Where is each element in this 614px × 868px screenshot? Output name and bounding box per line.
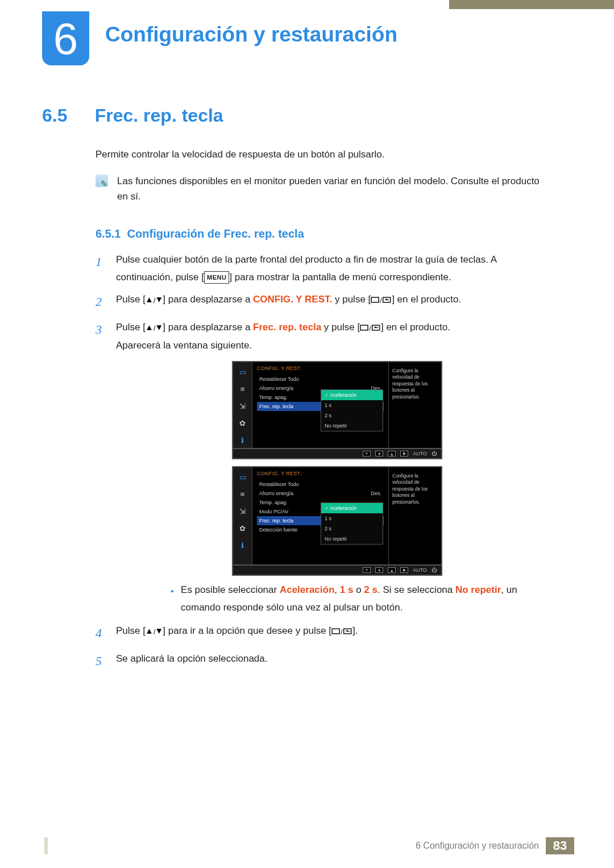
menu-key-icon: MENU — [204, 271, 229, 284]
step-2-text-b: ] para desplazarse a — [163, 294, 253, 305]
chapter-title: Configuración y restauración — [105, 23, 397, 47]
step-3-text-e: ] en el producto. — [381, 322, 450, 333]
step-number: 5 — [96, 650, 106, 673]
settings-tab-icon: ✿ — [237, 522, 249, 534]
step-4-text-b: ] para ir a la opción que desee y pulse … — [163, 625, 331, 636]
svg-text:/: / — [154, 628, 156, 635]
svg-text:/: / — [341, 628, 343, 635]
step-2: 2 Pulse [/] para desplazarse a CONFIG. Y… — [96, 290, 542, 314]
size-tab-icon: ⇲ — [237, 400, 249, 412]
note-block: Las funciones disponibles en el monitor … — [96, 173, 542, 204]
page-footer: 6 Configuración y restauración 83 — [0, 837, 614, 854]
page-content: 6.5 Frec. rep. tecla Permite controlar l… — [42, 105, 542, 678]
source-enter-icon: / — [360, 324, 381, 331]
svg-marker-14 — [147, 629, 152, 634]
note-icon — [96, 175, 108, 187]
osd-help-text: Configure la velocidad de respuesta de l… — [389, 362, 441, 448]
osd-header: CONFIG. Y REST. — [257, 366, 384, 371]
osd-screenshot-2: ▭ ≡ ⇲ ✿ ℹ CONFIG. Y REST. Restablecer To… — [232, 466, 442, 576]
osd-footer-bar: ✕ ▼ ▲ ▶ AUTO ⏻ — [232, 566, 442, 576]
step-3: 3 Pulse [/] para desplazarse a Frec. rep… — [96, 318, 542, 354]
osd-sub-item-selected: Aceleración — [321, 503, 383, 513]
footer-chapter-title: 6 Configuración y restauración — [416, 837, 546, 854]
svg-marker-7 — [147, 325, 152, 330]
step-number: 3 — [96, 318, 106, 354]
source-enter-icon: / — [371, 296, 392, 304]
svg-marker-9 — [156, 325, 161, 330]
section-title: Frec. rep. tecla — [95, 105, 223, 126]
osd-auto-label: AUTO — [413, 451, 427, 456]
svg-text:/: / — [154, 325, 156, 331]
step-3-text-a: Pulse [ — [116, 322, 146, 333]
source-enter-icon: / — [331, 628, 352, 635]
osd-sub-item: 2 s — [321, 524, 383, 534]
osd-side-tabs: ▭ ≡ ⇲ ✿ ℹ — [233, 467, 252, 564]
bullet-text-a: Es posible seleccionar — [181, 584, 280, 595]
svg-marker-20 — [346, 630, 347, 632]
osd-down-icon: ▼ — [375, 567, 383, 573]
osd-submenu: Aceleración 1 s 2 s No repetir — [321, 389, 383, 431]
step-4-text-a: Pulse [ — [116, 625, 146, 636]
osd-down-icon: ▼ — [375, 451, 383, 456]
footer-page-number: 83 — [546, 837, 574, 854]
step-number: 4 — [96, 622, 106, 645]
osd-header: CONFIG. Y REST. — [257, 471, 384, 476]
osd-item: Restablecer Todo — [257, 480, 384, 489]
bullet-highlight: Aceleración — [280, 584, 334, 595]
step-3-text-b: ] para desplazarse a — [163, 322, 253, 333]
osd-sub-item-selected: Aceleración — [321, 390, 383, 400]
up-down-arrows-icon: / — [146, 324, 163, 331]
osd-up-icon: ▲ — [388, 451, 396, 456]
up-down-arrows-icon: / — [146, 628, 163, 635]
list-tab-icon: ≡ — [237, 383, 249, 395]
bullet-text-g: . Si se selecciona — [377, 584, 455, 595]
step-4: 4 Pulse [/] para ir a la opción que dese… — [96, 622, 542, 645]
osd-sub-item: No repetir — [321, 421, 383, 431]
picture-tab-icon: ▭ — [237, 366, 249, 378]
osd-close-icon: ✕ — [363, 451, 371, 456]
osd-sub-item: 2 s — [321, 410, 383, 421]
step-3-highlight: Frec. rep. tecla — [253, 322, 321, 333]
svg-marker-0 — [147, 298, 152, 303]
step-3-text-f: Aparecerá la ventana siguiente. — [116, 340, 252, 351]
settings-tab-icon: ✿ — [237, 417, 249, 429]
list-tab-icon: ≡ — [237, 488, 249, 500]
up-down-arrows-icon: / — [146, 296, 163, 304]
osd-sub-item: 1 s — [321, 400, 383, 410]
osd-item: Ahorro energíaDes. — [257, 489, 384, 498]
step-2-text-e: ] en el producto. — [392, 294, 461, 305]
svg-marker-2 — [156, 298, 161, 303]
bullet-dot-icon: ● — [171, 586, 174, 616]
svg-rect-17 — [332, 629, 339, 634]
osd-sub-item: No repetir — [321, 534, 383, 544]
chapter-number-badge: 6 — [42, 11, 89, 65]
step-4-text-c: ]. — [352, 625, 358, 636]
picture-tab-icon: ▭ — [237, 471, 249, 483]
size-tab-icon: ⇲ — [237, 505, 249, 517]
step-1: 1 Pulse cualquier botón de la parte fron… — [96, 251, 542, 286]
svg-marker-16 — [156, 629, 161, 634]
osd-up-icon: ▲ — [388, 567, 396, 573]
svg-rect-10 — [360, 325, 368, 330]
bullet-highlight: 2 s — [364, 584, 377, 595]
subsection-title: Configuración de Frec. rep. tecla — [127, 227, 304, 240]
bullet-text-c: , — [334, 584, 339, 595]
info-tab-icon: ℹ — [237, 539, 249, 551]
step-2-highlight: CONFIG. Y REST. — [253, 294, 332, 305]
step-list: 1 Pulse cualquier botón de la parte fron… — [96, 251, 542, 673]
section-number: 6.5 — [42, 105, 92, 126]
step-number: 2 — [96, 290, 106, 314]
osd-footer-bar: ✕ ▼ ▲ ▶ AUTO ⏻ — [232, 449, 442, 459]
svg-marker-6 — [385, 299, 387, 301]
step-2-text-d: y pulse [ — [332, 294, 371, 305]
osd-submenu: Aceleración 1 s 2 s No repetir — [321, 502, 383, 545]
step-number: 1 — [96, 251, 106, 286]
osd-power-icon: ⏻ — [432, 451, 437, 456]
section-heading: 6.5 Frec. rep. tecla — [42, 105, 542, 126]
subsection-number: 6.5.1 — [96, 227, 121, 240]
subsection-heading: 6.5.1 Configuración de Frec. rep. tecla — [96, 227, 542, 240]
bullet-text-e: o — [353, 584, 364, 595]
svg-text:/: / — [369, 325, 371, 331]
svg-rect-3 — [371, 298, 379, 303]
osd-close-icon: ✕ — [363, 567, 371, 573]
